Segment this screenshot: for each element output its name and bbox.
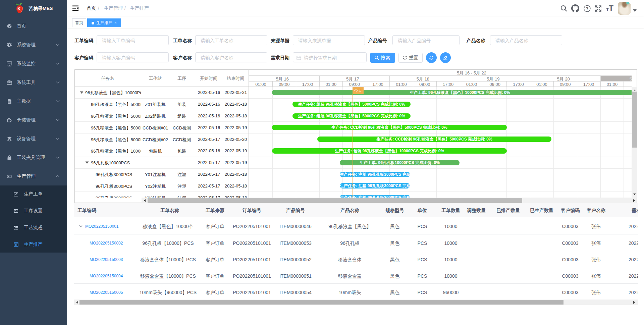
svg-text:?: ? [586, 6, 589, 11]
svg-text:K: K [17, 6, 21, 11]
